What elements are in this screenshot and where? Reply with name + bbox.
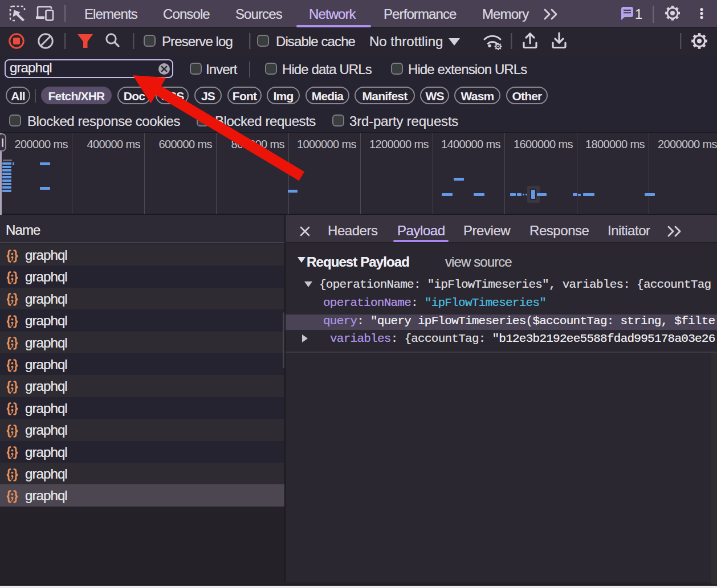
svg-text:1: 1 [635,6,642,22]
